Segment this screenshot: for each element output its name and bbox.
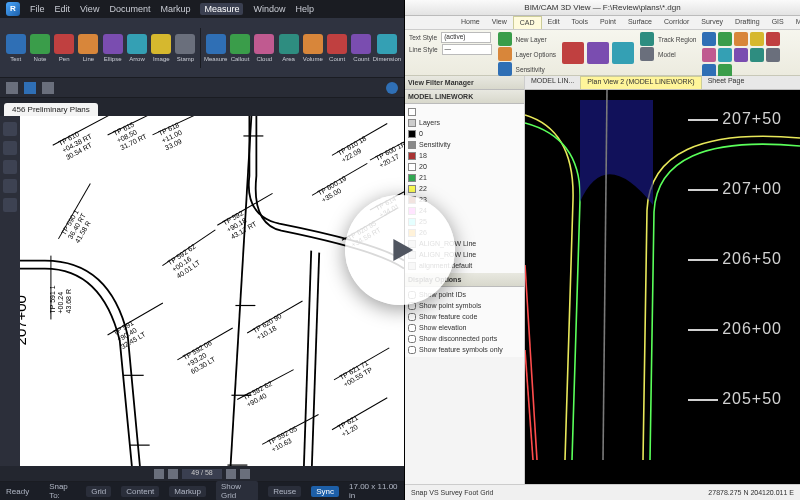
- ribbon-tab-view[interactable]: View: [486, 16, 513, 29]
- align-left-icon[interactable]: [6, 82, 18, 94]
- strip-thumb-icon[interactable]: [3, 141, 17, 155]
- display-option[interactable]: Show feature code: [408, 311, 521, 322]
- align-center-icon[interactable]: [24, 82, 36, 94]
- strip-props-icon[interactable]: [3, 198, 17, 212]
- display-option[interactable]: Show elevation: [408, 322, 521, 333]
- ribbon-text-button[interactable]: Text: [4, 28, 27, 68]
- layer-item[interactable]: 18: [408, 150, 521, 161]
- menu-file[interactable]: File: [30, 4, 45, 14]
- strip-layers-icon[interactable]: [3, 122, 17, 136]
- ribbon-dimension-button[interactable]: Dimension: [374, 28, 400, 68]
- ribbon-image-button[interactable]: Image: [150, 28, 173, 68]
- rb-tool-8-icon[interactable]: [734, 48, 748, 62]
- rb-tool-3-icon[interactable]: [734, 32, 748, 46]
- view-tab[interactable]: Plan View 2 (MODEL LINEWORK): [580, 76, 701, 89]
- display-option[interactable]: Show point symbols: [408, 300, 521, 311]
- font-icon[interactable]: [42, 82, 54, 94]
- ribbon-pen-button[interactable]: Pen: [53, 28, 76, 68]
- rb-tool-7-icon[interactable]: [718, 48, 732, 62]
- strip-bookmark-icon[interactable]: [3, 160, 17, 174]
- rb-dim-icon[interactable]: [562, 42, 584, 64]
- ribbon-cloud-button[interactable]: Cloud: [253, 28, 276, 68]
- layer-item[interactable]: Layers: [408, 117, 521, 128]
- snap-reuse[interactable]: Reuse: [268, 486, 301, 497]
- ribbon-ellipse-button[interactable]: Ellipse: [101, 28, 124, 68]
- ribbon-area-button[interactable]: Area: [277, 28, 300, 68]
- rb-text-icon[interactable]: [612, 42, 634, 64]
- rb-leader-icon[interactable]: [587, 42, 609, 64]
- ribbon-tab-tools[interactable]: Tools: [566, 16, 594, 29]
- right-3d-canvas[interactable]: 207+50207+00206+50206+00205+50: [525, 90, 800, 484]
- ribbon-line-button[interactable]: Line: [77, 28, 100, 68]
- snap-content[interactable]: Content: [121, 486, 159, 497]
- ribbon-tab-point[interactable]: Point: [594, 16, 622, 29]
- line-style-combo[interactable]: —: [442, 44, 492, 55]
- menu-view[interactable]: View: [80, 4, 99, 14]
- strip-search-icon[interactable]: [3, 179, 17, 193]
- ribbon-stamp-button[interactable]: Stamp: [174, 28, 197, 68]
- display-option-checkbox[interactable]: [408, 335, 416, 343]
- rb-tool-5-icon[interactable]: [766, 32, 780, 46]
- ribbon-tab-survey[interactable]: Survey: [695, 16, 729, 29]
- ribbon-tab-drafting[interactable]: Drafting: [729, 16, 766, 29]
- ribbon-callout-button[interactable]: Callout: [228, 28, 251, 68]
- snap-markup[interactable]: Markup: [169, 486, 206, 497]
- menu-help[interactable]: Help: [295, 4, 314, 14]
- display-option-checkbox[interactable]: [408, 346, 416, 354]
- layer-item[interactable]: [408, 106, 521, 117]
- ribbon-measure-button[interactable]: Measure: [204, 28, 227, 68]
- display-option-checkbox[interactable]: [408, 313, 416, 321]
- text-style-combo[interactable]: (active): [441, 32, 491, 43]
- view-tab[interactable]: MODEL LIN...: [525, 76, 580, 89]
- snap-grid[interactable]: Grid: [86, 486, 111, 497]
- layer-item[interactable]: Sensitivity: [408, 139, 521, 150]
- display-option[interactable]: Show feature symbols only: [408, 344, 521, 355]
- ribbon-tab-cad[interactable]: CAD: [513, 16, 542, 29]
- sensitivity-icon[interactable]: [498, 62, 512, 76]
- display-option[interactable]: Show disconnected ports: [408, 333, 521, 344]
- menu-document[interactable]: Document: [109, 4, 150, 14]
- left-document-canvas[interactable]: TP 610+04.38 RT30.54 RTTP 615+08.5031.70…: [20, 116, 404, 466]
- menu-window[interactable]: Window: [253, 4, 285, 14]
- rb-tool-1-icon[interactable]: [702, 32, 716, 46]
- rb-tool-4-icon[interactable]: [750, 32, 764, 46]
- layer-item[interactable]: 22: [408, 183, 521, 194]
- ribbon-count-button[interactable]: Count: [325, 28, 348, 68]
- layer-item[interactable]: 20: [408, 161, 521, 172]
- nav-last-icon[interactable]: [240, 469, 250, 479]
- ribbon-volume-button[interactable]: Volume: [301, 28, 324, 68]
- snap-showgrid[interactable]: Show Grid: [216, 481, 258, 500]
- nav-first-icon[interactable]: [154, 469, 164, 479]
- model-icon[interactable]: [640, 47, 654, 61]
- rb-tool-10-icon[interactable]: [766, 48, 780, 62]
- view-tab[interactable]: Sheet Page: [702, 76, 751, 89]
- ribbon-tab-edit[interactable]: Edit: [542, 16, 566, 29]
- layer-item[interactable]: 21: [408, 172, 521, 183]
- page-input[interactable]: 49 / 58: [182, 469, 222, 479]
- new-layer-icon[interactable]: [498, 32, 512, 46]
- snap-sync[interactable]: Sync: [311, 486, 339, 497]
- rb-tool-6-icon[interactable]: [702, 48, 716, 62]
- nav-prev-icon[interactable]: [168, 469, 178, 479]
- ribbon-note-button[interactable]: Note: [28, 28, 51, 68]
- nav-next-icon[interactable]: [226, 469, 236, 479]
- ribbon-count-button[interactable]: Count: [350, 28, 373, 68]
- ribbon-tab-corridor[interactable]: Corridor: [658, 16, 695, 29]
- ribbon-tab-home[interactable]: Home: [455, 16, 486, 29]
- ribbon-tab-map[interactable]: Map: [790, 16, 800, 29]
- layer-options-icon[interactable]: [498, 47, 512, 61]
- ribbon-arrow-button[interactable]: Arrow: [125, 28, 148, 68]
- track-region-icon[interactable]: [640, 32, 654, 46]
- menu-measure[interactable]: Measure: [200, 3, 243, 15]
- menu-markup[interactable]: Markup: [160, 4, 190, 14]
- play-button[interactable]: [345, 195, 455, 305]
- rb-tool-9-icon[interactable]: [750, 48, 764, 62]
- doc-tab[interactable]: 456 Preliminary Plans: [4, 103, 98, 116]
- view-filter-header[interactable]: View Filter Manager: [405, 76, 524, 90]
- ribbon-tab-gis[interactable]: GIS: [766, 16, 790, 29]
- display-option-checkbox[interactable]: [408, 324, 416, 332]
- menu-edit[interactable]: Edit: [55, 4, 71, 14]
- ribbon-tab-surface[interactable]: Surface: [622, 16, 658, 29]
- layer-item[interactable]: 0: [408, 128, 521, 139]
- rb-tool-2-icon[interactable]: [718, 32, 732, 46]
